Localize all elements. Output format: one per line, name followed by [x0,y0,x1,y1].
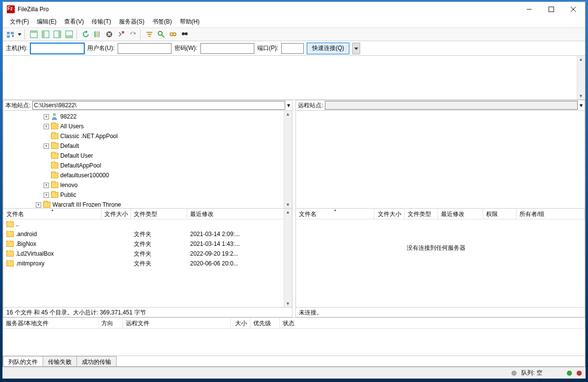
chevron-down-icon[interactable]: ▾ [580,102,583,109]
toggle-log-icon[interactable] [28,29,39,40]
tree-node[interactable]: Default User [3,151,292,161]
sync-browse-icon[interactable] [168,29,178,40]
scrollbar[interactable] [577,56,585,99]
username-input[interactable] [118,43,172,54]
menu-transfer[interactable]: 传输(T) [89,17,114,27]
tree-expander-icon[interactable]: + [44,183,49,188]
col-size[interactable]: 文件大小 [374,209,405,219]
col-size[interactable]: 文件大小 [101,209,131,219]
tab-failed[interactable]: 传输失败 [43,356,77,366]
chevron-down-icon[interactable]: ▾ [287,102,290,109]
reconnect-icon[interactable] [127,29,138,40]
file-type: 文件夹 [131,250,187,258]
tab-queued[interactable]: 列队的文件 [3,356,43,366]
tree-node[interactable]: DefaultAppPool [3,161,292,170]
host-input[interactable] [30,43,84,54]
queue-body[interactable] [3,329,585,356]
col-perm[interactable]: 权限 [483,209,516,219]
minimize-button[interactable] [518,2,540,16]
local-tree[interactable]: +98222+All UsersClassic .NET AppPool+Def… [3,111,293,209]
svg-rect-26 [147,32,152,33]
toggle-remote-tree-icon[interactable] [52,29,63,40]
menu-view[interactable]: 查看(V) [61,17,87,27]
col-name[interactable]: ▴文件名 [296,209,374,219]
tree-node[interactable]: Classic .NET AppPool [3,131,292,141]
filter-icon[interactable] [144,29,155,40]
menu-bookmarks[interactable]: 书签(B) [149,17,175,27]
search-icon[interactable] [179,29,190,40]
local-listview[interactable]: ▴文件名 文件大小 文件类型 最近修改 ...android文件夹2021-03… [3,209,293,308]
tree-expander-icon[interactable]: + [44,192,49,198]
col-dir[interactable]: 方向 [98,318,123,328]
list-item[interactable]: .android文件夹2021-03-14 2:09:... [3,229,292,239]
col-owner[interactable]: 所有者/组 [516,209,585,219]
site-manager-icon[interactable] [5,29,16,40]
col-modified[interactable]: 最近修改 [438,209,483,219]
process-queue-icon[interactable] [92,29,103,40]
menu-file[interactable]: 文件(F) [7,17,32,27]
tree-node[interactable]: +98222 [3,112,292,121]
col-type[interactable]: 文件类型 [405,209,438,219]
file-name: .BigNox [16,240,36,247]
col-modified[interactable]: 最近修改 [187,209,292,219]
tree-node[interactable]: +Public [3,190,292,200]
close-button[interactable] [562,2,584,16]
scrollbar[interactable] [284,111,292,208]
maximize-button[interactable] [540,2,562,16]
tree-expander-icon [44,173,49,178]
list-item[interactable]: .Ld2VirtualBox文件夹2022-09-20 19:2... [3,249,292,259]
quickconnect-bar: 主机(H): 用户名(U): 密码(W): 端口(P): 快速连接(Q) [3,41,585,56]
svg-marker-9 [18,33,22,36]
tree-expander-icon[interactable]: + [44,124,49,129]
pass-label: 密码(W): [174,44,197,52]
tree-expander-icon[interactable]: + [44,143,49,149]
col-server[interactable]: 服务器/本地文件 [3,318,98,328]
tab-ok[interactable]: 成功的传输 [76,356,117,366]
menu-edit[interactable]: 编辑(E) [34,17,59,27]
menu-help[interactable]: 帮助(H) [177,17,203,27]
compare-icon[interactable] [156,29,167,40]
refresh-icon[interactable] [80,29,91,40]
list-item[interactable]: .mitmproxy文件夹2020-06-06 20:0... [3,259,292,268]
list-item[interactable]: .BigNox文件夹2021-03-14 1:43:... [3,239,292,249]
file-name: .mitmproxy [16,260,45,267]
tree-node-label: All Users [60,123,84,130]
col-status[interactable]: 状态 [280,318,585,328]
toggle-local-tree-icon[interactable] [40,29,51,40]
message-log[interactable] [3,56,585,100]
tree-expander-icon[interactable]: + [36,202,41,208]
quickconnect-dropdown[interactable] [352,43,360,54]
col-name[interactable]: ▴文件名 [3,209,101,219]
folder-icon [6,231,14,237]
menu-server[interactable]: 服务器(S) [116,17,147,27]
scrollbar[interactable] [284,209,292,307]
password-input[interactable] [200,43,254,54]
remote-path-combo [325,101,578,110]
tree-node[interactable]: +All Users [3,121,292,131]
port-input[interactable] [281,43,304,54]
tree-node[interactable]: +Default [3,141,292,151]
tree-node[interactable]: +lenovo [3,180,292,190]
col-prio[interactable]: 优先级 [250,318,280,328]
menubar: 文件(F) 编辑(E) 查看(V) 传输(T) 服务器(S) 书签(B) 帮助(… [3,17,585,27]
toggle-queue-icon[interactable] [64,29,74,40]
cancel-icon[interactable] [104,29,115,40]
quickconnect-button[interactable]: 快速连接(Q) [307,43,349,54]
col-type[interactable]: 文件类型 [131,209,187,219]
toolbar-separator [76,29,78,40]
col-remote[interactable]: 远程文件 [123,318,231,328]
tree-node[interactable]: defaultuser100000 [3,170,292,180]
svg-line-30 [162,35,164,37]
site-manager-drop-icon[interactable] [17,29,23,40]
col-size[interactable]: 大小 [231,318,250,328]
list-item[interactable]: .. [3,219,292,229]
svg-rect-15 [58,31,61,38]
file-panes: 本地站点: ▾ +98222+All UsersClassic .NET App… [3,100,585,317]
remote-listview[interactable]: ▴文件名 文件大小 文件类型 最近修改 权限 所有者/组 没有连接到任何服务器 [295,209,585,308]
local-path-combo[interactable] [32,101,285,110]
disconnect-icon[interactable] [116,29,126,40]
tree-node[interactable]: +Warcraft III Frozen Throne [3,200,292,209]
remote-tree[interactable] [295,111,585,209]
tree-expander-icon[interactable]: + [44,114,49,119]
tree-node-label: Default User [60,152,93,159]
